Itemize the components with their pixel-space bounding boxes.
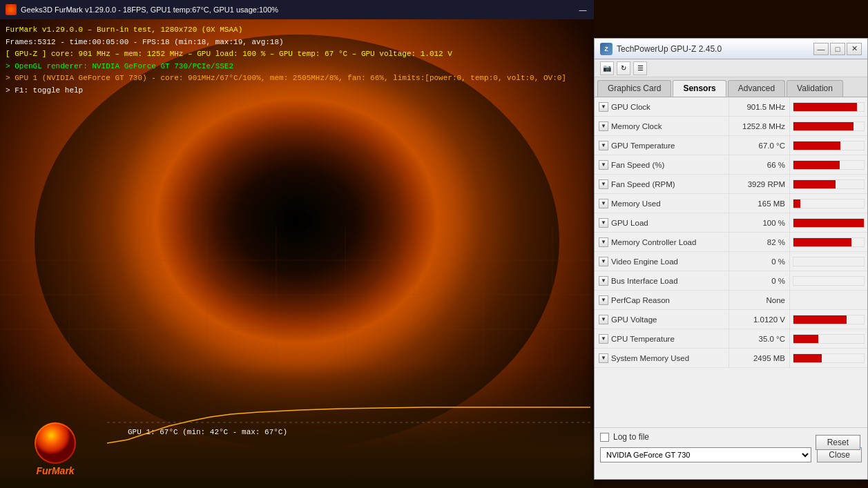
gpuz-title: TechPowerUp GPU-Z 2.45.0 (617, 44, 813, 54)
tab-sensors[interactable]: Sensors (673, 80, 726, 97)
sensor-name-cell: ▼CPU Temperature (595, 329, 729, 348)
sensor-name-cell: ▼Fan Speed (RPM) (595, 175, 729, 193)
sensor-row: ▼Video Engine Load0 % (595, 252, 867, 271)
sensor-value-cell: 1.0120 V (729, 310, 790, 329)
gpuz-maximize-button[interactable]: □ (830, 43, 845, 55)
sensor-name-text: GPU Temperature (611, 141, 675, 150)
camera-icon[interactable]: 📷 (600, 61, 614, 75)
gpuz-bottom-controls: Log to file Reset NVIDIA GeForce GT 730 … (595, 427, 867, 479)
gpuz-minimize-button[interactable]: — (813, 43, 829, 55)
sensor-bar-background (793, 315, 865, 324)
sensor-bar-fill (793, 122, 853, 130)
sensor-bar-cell (790, 233, 867, 251)
sensor-dropdown-button[interactable]: ▼ (599, 102, 608, 112)
sensor-bar-background (793, 179, 865, 189)
sensor-dropdown-button[interactable]: ▼ (599, 237, 608, 247)
gpuz-close-button[interactable]: ✕ (847, 43, 862, 55)
sensor-value-cell: 66 % (729, 155, 790, 174)
sensor-bar-cell (790, 291, 867, 309)
sensor-dropdown-button[interactable]: ▼ (599, 353, 608, 363)
sensor-row: ▼CPU Temperature35.0 °C (595, 329, 867, 349)
temperature-graph (107, 360, 590, 450)
menu-icon[interactable]: ☰ (633, 61, 647, 75)
sensor-value-cell: 3929 RPM (729, 175, 790, 193)
sensor-value-cell: 0 % (729, 252, 790, 271)
gpuz-toolbar: 📷 ↻ ☰ (595, 59, 867, 77)
sensor-dropdown-button[interactable]: ▼ (599, 334, 608, 344)
sensor-name-cell: ▼Bus Interface Load (595, 271, 729, 290)
sensor-row: ▼PerfCap ReasonNone (595, 291, 867, 310)
sensor-bar-fill (793, 315, 847, 324)
sensor-row: ▼GPU Clock901.5 MHz (595, 97, 867, 117)
gpuz-panel: Z TechPowerUp GPU-Z 2.45.0 — □ ✕ 📷 ↻ ☰ G… (594, 38, 868, 480)
sensor-bar-cell (790, 194, 867, 213)
info-line-1: FurMark v1.29.0.0 – Burn-in test, 1280x7… (6, 24, 566, 37)
sensor-bar-cell (790, 271, 867, 290)
sensor-bar-background (793, 160, 865, 170)
sensor-value-cell: 1252.8 MHz (729, 117, 790, 135)
sensor-name-text: Fan Speed (RPM) (611, 180, 675, 188)
sensor-name-text: System Memory Used (611, 354, 689, 362)
refresh-icon[interactable]: ↻ (617, 61, 630, 75)
minimize-button[interactable]: — (577, 6, 588, 14)
sensor-name-text: Memory Clock (611, 122, 662, 130)
furmark-icon (6, 4, 17, 15)
reset-button-area: Reset (816, 435, 860, 450)
sensor-name-cell: ▼System Memory Used (595, 349, 729, 367)
gpuz-icon: Z (600, 43, 613, 55)
sensor-name-cell: ▼PerfCap Reason (595, 291, 729, 309)
info-line-5: > GPU 1 (NVIDIA GeForce GT 730) - core: … (6, 72, 566, 85)
sensor-row: ▼GPU Temperature67.0 °C (595, 136, 867, 155)
sensor-value-cell: None (729, 291, 790, 309)
sensor-bar-background (793, 199, 865, 208)
log-to-file-label: Log to file (613, 432, 649, 442)
tab-advanced[interactable]: Advanced (728, 80, 785, 97)
sensor-bar-background (793, 237, 865, 247)
tab-validation[interactable]: Validation (787, 80, 843, 97)
titlebar-controls: — (577, 6, 588, 14)
tab-graphics-card[interactable]: Graphics Card (597, 80, 671, 97)
sensor-row: ▼GPU Voltage1.0120 V (595, 310, 867, 329)
gpu-selector[interactable]: NVIDIA GeForce GT 730 (600, 447, 811, 462)
furmark-logo-icon (35, 422, 76, 464)
furmark-info-overlay: FurMark v1.29.0.0 – Burn-in test, 1280x7… (6, 24, 566, 97)
log-to-file-row: Log to file Reset (600, 432, 862, 442)
sensor-dropdown-button[interactable]: ▼ (599, 315, 608, 324)
sensor-name-cell: ▼Memory Clock (595, 117, 729, 135)
sensor-dropdown-button[interactable]: ▼ (599, 160, 608, 170)
sensor-bar-cell (790, 213, 867, 232)
sensor-dropdown-button[interactable]: ▼ (599, 179, 608, 189)
sensor-dropdown-button[interactable]: ▼ (599, 295, 608, 305)
log-to-file-checkbox[interactable] (600, 433, 609, 442)
sensor-bar-background (793, 218, 865, 228)
sensor-row: ▼Memory Clock1252.8 MHz (595, 117, 867, 136)
sensor-name-text: Memory Controller Load (611, 238, 696, 246)
sensor-bar-fill (793, 103, 857, 111)
gpuz-window-controls[interactable]: — □ ✕ (813, 43, 862, 55)
sensor-bar-cell (790, 97, 867, 116)
sensor-dropdown-button[interactable]: ▼ (599, 121, 608, 131)
sensor-name-cell: ▼GPU Voltage (595, 310, 729, 329)
sensor-name-cell: ▼Memory Used (595, 194, 729, 213)
sensor-bar-fill (793, 141, 840, 150)
sensor-bar-fill (793, 219, 864, 227)
sensor-bar-cell (790, 349, 867, 367)
sensor-value-cell: 165 MB (729, 194, 790, 213)
info-line-4: > OpenGL renderer: NVIDIA GeForce GT 730… (6, 61, 566, 73)
sensor-dropdown-button[interactable]: ▼ (599, 199, 608, 208)
sensor-name-cell: ▼Memory Controller Load (595, 233, 729, 251)
sensor-name-text: GPU Load (611, 219, 648, 227)
sensor-value-cell: 2495 MB (729, 349, 790, 367)
bg-lines (0, 226, 594, 364)
reset-button[interactable]: Reset (816, 435, 860, 450)
sensor-bar-fill (793, 180, 836, 188)
sensor-bar-cell (790, 252, 867, 271)
sensor-dropdown-button[interactable]: ▼ (599, 141, 608, 150)
sensor-dropdown-button[interactable]: ▼ (599, 276, 608, 286)
sensor-bar-cell (790, 310, 867, 329)
sensor-dropdown-button[interactable]: ▼ (599, 257, 608, 266)
sensor-name-cell: ▼GPU Clock (595, 97, 729, 116)
sensor-bar-background (793, 276, 865, 286)
sensor-bar-background (793, 334, 865, 344)
sensor-dropdown-button[interactable]: ▼ (599, 218, 608, 228)
